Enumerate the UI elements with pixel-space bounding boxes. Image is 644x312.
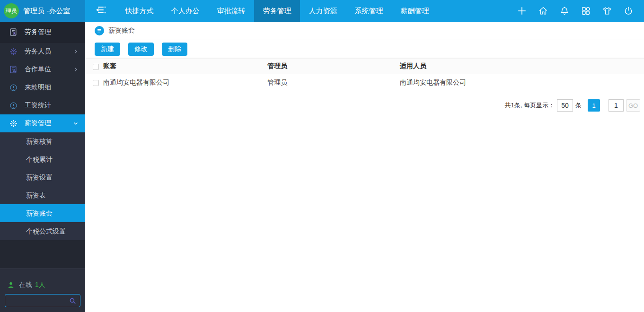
tab-approval-flow[interactable]: 审批流转 [208, 0, 254, 22]
submenu-item-payroll-account-set[interactable]: 薪资账套 [0, 204, 85, 222]
cell-administrator: 管理员 [267, 74, 400, 91]
column-header-administrator: 管理员 [267, 59, 400, 74]
sidebar-item-label: 工资统计 [25, 101, 51, 110]
sidebar-search [5, 294, 80, 307]
table-header-row: 账套 管理员 适用人员 [85, 59, 644, 74]
pagination-unit: 条 [575, 101, 582, 110]
tab-personal-office[interactable]: 个人办公 [162, 0, 208, 22]
account-set-table: 账套 管理员 适用人员 南通均安电器有限公司 管理员 南通均安电器有限公司 [85, 58, 644, 91]
cell-account-set: 南通均安电器有限公司 [103, 74, 267, 91]
main-content: 薪资账套 新建 修改 删除 账套 管理员 适用人员 南通均安电器有限公司 [85, 22, 644, 312]
sidebar-item-label: 合作单位 [25, 65, 51, 74]
bell-icon[interactable] [559, 6, 570, 16]
tab-labor-management[interactable]: 劳务管理 [254, 0, 300, 22]
chevron-down-icon [73, 121, 79, 126]
cell-applicable-personnel: 南通均安电器有限公司 [400, 74, 644, 91]
submenu-item-payroll-sheet[interactable]: 薪资表 [0, 186, 85, 204]
tab-shortcuts[interactable]: 快捷方式 [116, 0, 162, 22]
sidebar-search-input[interactable] [5, 297, 69, 304]
sidebar-section-label: 劳务管理 [25, 28, 51, 36]
page-1-button[interactable]: 1 [588, 99, 600, 112]
sidebar-bottom: 在线 1人 [0, 269, 85, 312]
edit-button[interactable]: 修改 [128, 43, 154, 56]
online-status: 在线 1人 [7, 281, 85, 289]
sidebar-filler [0, 240, 85, 269]
menu-collapse-icon [95, 5, 107, 17]
sidebar-item-label: 薪资管理 [25, 119, 51, 128]
info-circle-icon [9, 101, 18, 110]
online-count: 1人 [35, 281, 45, 289]
pagination: 共1条, 每页显示： 条 1 GO [85, 99, 644, 112]
page-title: 薪资账套 [108, 26, 135, 35]
power-icon[interactable] [623, 6, 634, 16]
info-circle-icon [9, 83, 18, 92]
apps-icon[interactable] [581, 6, 591, 16]
pagination-summary: 共1条, 每页显示： [505, 101, 555, 110]
payroll-submenu: 薪资核算 个税累计 薪资设置 薪资表 薪资账套 个税公式设置 [0, 132, 85, 240]
sidebar-item-wage-statistics[interactable]: 工资统计 [0, 96, 85, 114]
submenu-item-payroll-settings[interactable]: 薪资设置 [0, 168, 85, 186]
tab-salary-management[interactable]: 薪酬管理 [392, 0, 438, 22]
sidebar-item-incoming-payments[interactable]: 来款明细 [0, 78, 85, 96]
page-size-input[interactable] [557, 99, 573, 112]
app-window: 理员 管理员 -办公室 快捷方式 个人办公 审批流转 劳务管理 人力资源 系统管… [0, 0, 644, 312]
topbar: 理员 管理员 -办公室 快捷方式 个人办公 审批流转 劳务管理 人力资源 系统管… [0, 0, 644, 22]
avatar[interactable]: 理员 [4, 3, 19, 18]
new-button[interactable]: 新建 [95, 43, 120, 56]
shirt-icon[interactable] [602, 6, 612, 16]
plus-icon[interactable] [517, 6, 527, 16]
submenu-item-tax-accumulation[interactable]: 个税累计 [0, 150, 85, 168]
sidebar: 劳务管理 劳务人员 合作单位 [0, 22, 85, 312]
sidebar-item-partner-units[interactable]: 合作单位 [0, 61, 85, 78]
gear-icon [9, 119, 18, 128]
goto-page-input[interactable] [609, 99, 624, 112]
delete-button[interactable]: 删除 [162, 43, 187, 56]
person-icon [7, 281, 15, 289]
select-all-checkbox[interactable] [93, 64, 99, 70]
submenu-item-tax-formula-settings[interactable]: 个税公式设置 [0, 222, 85, 240]
tab-system-management[interactable]: 系统管理 [346, 0, 392, 22]
toolbar: 新建 修改 删除 [85, 40, 644, 58]
main-nav: 快捷方式 个人办公 审批流转 劳务管理 人力资源 系统管理 薪酬管理 [116, 0, 438, 22]
document-person-icon [9, 27, 18, 37]
submenu-item-payroll-accounting[interactable]: 薪资核算 [0, 132, 85, 150]
column-header-applicable-personnel: 适用人员 [400, 59, 644, 74]
user-area[interactable]: 理员 管理员 -办公室 [0, 0, 85, 22]
online-label: 在线 [19, 281, 32, 289]
tab-human-resources[interactable]: 人力资源 [300, 0, 346, 22]
home-icon[interactable] [538, 6, 548, 16]
chevron-right-icon [73, 49, 79, 54]
go-button[interactable]: GO [626, 99, 640, 112]
list-circle-icon [95, 26, 104, 35]
document-person-icon [9, 65, 18, 74]
sidebar-collapse-button[interactable] [85, 0, 116, 22]
search-icon[interactable] [69, 297, 77, 305]
gear-icon [9, 47, 18, 56]
user-title: 管理员 -办公室 [23, 7, 70, 16]
sidebar-section-header: 劳务管理 [0, 22, 85, 43]
sidebar-item-label: 劳务人员 [25, 47, 51, 56]
topbar-actions [517, 0, 644, 22]
sidebar-item-payroll-management[interactable]: 薪资管理 [0, 114, 85, 132]
chevron-right-icon [73, 67, 79, 72]
sidebar-item-labor-personnel[interactable]: 劳务人员 [0, 43, 85, 61]
breadcrumb: 薪资账套 [85, 22, 644, 40]
table-row[interactable]: 南通均安电器有限公司 管理员 南通均安电器有限公司 [85, 74, 644, 91]
sidebar-item-label: 来款明细 [25, 83, 51, 92]
row-checkbox[interactable] [93, 80, 99, 86]
column-header-account-set: 账套 [103, 59, 267, 74]
